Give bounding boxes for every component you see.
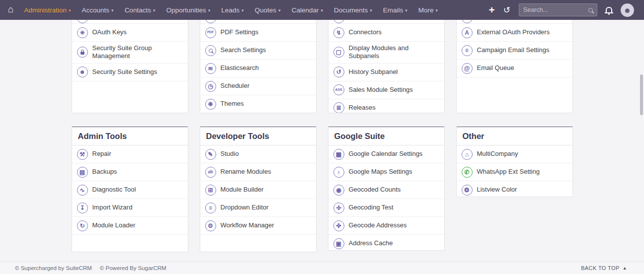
cut-off-icon xyxy=(462,20,473,23)
admin-link-search-settings[interactable]: Search Settings xyxy=(200,42,316,60)
nav-item-administration[interactable]: Administration▾ xyxy=(18,0,76,20)
key-icon: ✳ xyxy=(77,27,88,38)
admin-link-label: Releases xyxy=(349,104,376,112)
panel-scrolled: ✳OAuth KeysSecurity Suite Group Manageme… xyxy=(72,20,188,113)
nav-item-emails[interactable]: Emails▾ xyxy=(378,0,413,20)
admin-link-pdf-settings[interactable]: PDFPDF Settings xyxy=(200,24,316,42)
admin-link-backups[interactable]: ▤Backups xyxy=(72,163,188,181)
search-input[interactable] xyxy=(523,6,588,13)
notifications-bell-icon[interactable] xyxy=(606,7,612,12)
admin-link-rename-modules[interactable]: abRename Modules xyxy=(200,163,316,181)
admin-link-security-suite-settings[interactable]: ☻Security Suite Settings xyxy=(72,64,188,81)
admin-link-external-oauth-providers[interactable]: AExternal OAuth Providers xyxy=(457,24,572,42)
user-avatar[interactable]: ☻ xyxy=(621,3,634,17)
admin-link-listview-color[interactable]: ❂Listview Color xyxy=(457,181,572,197)
admin-link-workflow-manager[interactable]: ⚙Workflow Manager xyxy=(200,217,316,235)
chevron-down-icon: ▾ xyxy=(370,7,372,13)
section-title: Admin Tools xyxy=(72,127,188,145)
cut-off-item[interactable] xyxy=(457,20,572,24)
sliders-icon: ||| xyxy=(462,45,473,56)
top-navbar: ⌂ Administration▾Accounts▾Contacts▾Oppor… xyxy=(0,0,644,20)
palette-icon: ❂ xyxy=(462,185,473,196)
admin-link-repair[interactable]: ⚒Repair xyxy=(72,145,188,163)
admin-link-themes[interactable]: ❉Themes xyxy=(200,95,316,113)
admin-link-geocode-addresses[interactable]: ✜Geocode Addresses xyxy=(328,217,444,235)
home-icon[interactable]: ⌂ xyxy=(6,4,18,16)
cut-off-item[interactable] xyxy=(200,20,316,24)
admin-link-label: Connectors xyxy=(349,28,382,36)
admin-link-multicompany[interactable]: ⌂MultiCompany xyxy=(457,145,572,163)
geocode-icon: ✜ xyxy=(333,220,344,231)
geocount-icon: ◉ xyxy=(333,185,344,196)
nav-item-contacts[interactable]: Contacts▾ xyxy=(119,0,161,20)
map-pin-icon: ♁ xyxy=(333,167,344,178)
nav-item-label: Calendar xyxy=(292,6,319,14)
admin-link-module-loader[interactable]: ↻Module Loader xyxy=(72,217,188,235)
nav-item-quotes[interactable]: Quotes▾ xyxy=(249,0,286,20)
nav-item-more[interactable]: More▾ xyxy=(413,0,443,20)
admin-link-studio[interactable]: ✎Studio xyxy=(200,145,316,163)
recently-viewed-icon[interactable]: ↺ xyxy=(503,6,510,14)
admin-link-display-modules-and-subpanels[interactable]: ▢Display Modules and Subpanels xyxy=(328,42,444,64)
admin-link-campaign-email-settings[interactable]: |||Campaign Email Settings xyxy=(457,42,572,60)
admin-link-geocoded-counts[interactable]: ◉Geocoded Counts xyxy=(328,181,444,199)
admin-link-email-queue[interactable]: @Email Queue xyxy=(457,60,572,77)
nav-item-leads[interactable]: Leads▾ xyxy=(216,0,249,20)
search-icon[interactable] xyxy=(588,8,593,12)
admin-link-releases[interactable]: ≣Releases xyxy=(328,99,444,114)
admin-link-import-wizard[interactable]: ↧Import Wizard xyxy=(72,199,188,217)
admin-link-sales-module-settings[interactable]: AOSSales Module Settings xyxy=(328,81,444,99)
admin-row-2: Admin Tools⚒Repair▤Backups∿Diagnostic To… xyxy=(72,127,573,252)
admin-link-oauth-keys[interactable]: ✳OAuth Keys xyxy=(72,24,188,42)
nav-item-opportunities[interactable]: Opportunities▾ xyxy=(161,0,216,20)
elasticsearch-icon: ≋ xyxy=(205,63,216,74)
admin-link-security-suite-group-management[interactable]: Security Suite Group Management xyxy=(72,42,188,64)
geotest-icon: ✣ xyxy=(333,203,344,213)
nav-item-label: Documents xyxy=(334,6,368,14)
quick-create-button[interactable]: + xyxy=(488,4,494,16)
admin-link-label: PDF Settings xyxy=(221,28,259,36)
chevron-down-icon: ▾ xyxy=(278,7,281,13)
admin-link-google-maps-settings[interactable]: ♁Google Maps Settings xyxy=(328,163,444,181)
admin-link-geocoding-test[interactable]: ✣Geocoding Test xyxy=(328,199,444,217)
admin-link-label: Campaign Email Settings xyxy=(477,46,550,54)
admin-link-connectors[interactable]: ↯Connectors xyxy=(328,24,444,42)
cut-off-item[interactable] xyxy=(72,20,188,24)
admin-link-history-subpanel[interactable]: ↺History Subpanel xyxy=(328,64,444,81)
nav-item-documents[interactable]: Documents▾ xyxy=(328,0,378,20)
admin-link-label: Address Cache xyxy=(349,239,393,247)
navbar-right-cluster: + ↺ ☻ xyxy=(488,3,638,17)
chevron-down-icon: ▾ xyxy=(436,7,438,13)
admin-link-module-builder[interactable]: ⊞Module Builder xyxy=(200,181,316,199)
nav-item-accounts[interactable]: Accounts▾ xyxy=(77,0,119,20)
wrench-icon: ⚒ xyxy=(77,149,88,160)
admin-link-address-cache[interactable]: ▣Address Cache xyxy=(328,235,444,251)
chevron-down-icon: ▾ xyxy=(321,7,323,13)
cut-off-item[interactable] xyxy=(328,20,444,24)
loader-icon: ↻ xyxy=(77,220,88,231)
clock-icon: ◷ xyxy=(205,81,216,92)
workflow-icon: ⚙ xyxy=(205,220,216,231)
admin-link-whatsapp-ext-setting[interactable]: ✆WhatsApp Ext Setting xyxy=(457,163,572,181)
admin-link-scheduler[interactable]: ◷Scheduler xyxy=(200,77,316,95)
admin-link-dropdown-editor[interactable]: ≡Dropdown Editor xyxy=(200,199,316,217)
admin-link-elasticsearch[interactable]: ≋Elasticsearch xyxy=(200,60,316,77)
admin-link-label: Studio xyxy=(221,150,239,158)
admin-link-google-calendar-settings[interactable]: ▦Google Calendar Settings xyxy=(328,145,444,163)
scrollbar-thumb[interactable] xyxy=(640,74,643,115)
nav-item-label: Quotes xyxy=(255,6,277,14)
admin-link-label: Scheduler xyxy=(221,82,250,90)
admin-link-label: Sales Module Settings xyxy=(349,86,413,94)
address-cache-icon: ▣ xyxy=(333,238,344,249)
admin-link-label: Module Loader xyxy=(92,221,136,229)
nav-item-calendar[interactable]: Calendar▾ xyxy=(286,0,328,20)
footer-sugarcrm-text: © Powered By SugarCRM xyxy=(100,265,166,271)
back-to-top-button[interactable]: BACK TO TOP ▲ xyxy=(581,265,627,271)
cut-off-icon xyxy=(77,20,88,23)
theme-icon: ❉ xyxy=(205,99,216,110)
admin-link-label: WhatsApp Ext Setting xyxy=(477,168,540,176)
admin-link-diagnostic-tool[interactable]: ∿Diagnostic Tool xyxy=(72,181,188,199)
nav-item-label: Contacts xyxy=(125,6,151,14)
releases-icon: ≣ xyxy=(333,102,344,113)
admin-link-label: Workflow Manager xyxy=(221,221,274,229)
